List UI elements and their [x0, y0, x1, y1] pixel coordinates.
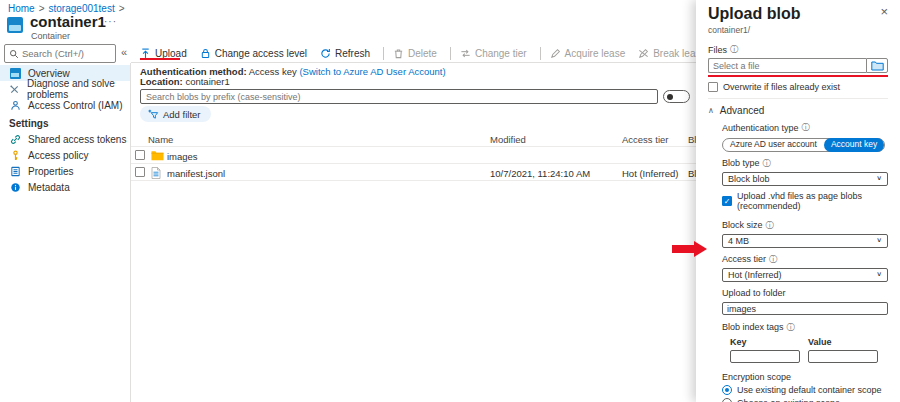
panel-subtitle: container1/	[708, 25, 888, 35]
upload-button[interactable]: Upload	[140, 48, 187, 59]
blob-prefix-search-input[interactable]	[140, 89, 658, 104]
search-icon	[9, 49, 19, 59]
access-tier-label: Access tierⓘ	[722, 254, 888, 265]
row-checkbox[interactable]	[135, 150, 145, 160]
upload-to-folder-input[interactable]	[722, 302, 888, 315]
change-tier-button[interactable]: Change tier	[460, 48, 527, 59]
panel-title: Upload blob	[708, 5, 800, 23]
close-icon[interactable]: ×	[880, 5, 888, 18]
sidebar-item-access-control[interactable]: Access Control (IAM)	[0, 97, 130, 113]
info-icon: ⓘ	[763, 158, 771, 169]
blob-type-label: Blob typeⓘ	[722, 158, 888, 169]
toggle-knob	[667, 94, 673, 100]
page-subtitle: Container	[31, 31, 70, 41]
auth-type-label: Authentication typeⓘ	[722, 122, 888, 133]
folder-browse-icon	[871, 61, 884, 71]
break-lease-icon	[638, 48, 649, 59]
encryption-default-radio-row[interactable]: Use existing default container scope	[722, 385, 888, 395]
sidebar-item-metadata[interactable]: Metadata	[0, 179, 130, 195]
acquire-lease-icon	[550, 48, 561, 59]
refresh-icon	[320, 48, 331, 59]
sidebar-item-shared-access-tokens[interactable]: Shared access tokens	[0, 131, 130, 147]
blob-type-select[interactable]: Block blob ∨	[722, 172, 888, 186]
blob-index-tags-label: Blob index tagsⓘ	[722, 322, 888, 333]
encryption-scope-label: Encryption scope	[722, 372, 888, 382]
blob-name[interactable]: manifest.jsonl	[167, 168, 225, 179]
auth-option-azure-ad[interactable]: Azure AD user account	[723, 138, 824, 151]
tags-headers: Key Value	[730, 337, 888, 347]
tag-key-input[interactable]	[730, 350, 800, 363]
blob-modified: 10/7/2021, 11:24:10 AM	[490, 168, 590, 179]
advanced-section-toggle[interactable]: ∧ Advanced	[708, 105, 888, 116]
access-tier-select[interactable]: Hot (Inferred) ∨	[722, 268, 888, 282]
header-access-tier[interactable]: Access tier	[622, 134, 668, 145]
show-deleted-toggle[interactable]	[663, 90, 690, 103]
sidebar-item-properties[interactable]: Properties	[0, 163, 130, 179]
change-access-level-button[interactable]: Change access level	[200, 48, 307, 59]
delete-button[interactable]: Delete	[393, 48, 437, 59]
sidebar-search-input[interactable]	[22, 48, 110, 59]
panel-divider	[708, 98, 888, 99]
auth-type-toggle: Azure AD user account Account key	[722, 138, 885, 152]
chevron-down-icon: ∨	[876, 237, 882, 244]
tag-value-input[interactable]	[808, 350, 878, 363]
info-circle-icon	[9, 181, 21, 193]
container-icon	[7, 17, 23, 33]
sidebar-group-settings: Settings	[0, 115, 130, 131]
add-filter-button[interactable]: Add filter	[140, 106, 211, 122]
block-size-label: Block sizeⓘ	[722, 220, 888, 231]
block-size-select[interactable]: 4 MB ∨	[722, 234, 888, 248]
row-checkbox[interactable]	[135, 167, 145, 177]
tags-value-header: Value	[808, 337, 832, 347]
sidebar: Overview Diagnose and solve problems Acc…	[0, 63, 131, 402]
toolbar-separator	[450, 47, 451, 60]
blob-access-tier: Hot (Inferred)	[622, 168, 679, 179]
chevron-down-icon: ∨	[876, 175, 882, 182]
change-tier-icon	[460, 48, 471, 59]
sidebar-item-diagnose[interactable]: Diagnose and solve problems	[0, 81, 130, 97]
person-icon	[9, 99, 21, 111]
info-icon: ⓘ	[802, 122, 810, 133]
overwrite-checkbox-row[interactable]: Overwrite if files already exist	[708, 82, 888, 92]
vhd-checkbox[interactable]: ✓	[722, 196, 732, 206]
location-line: Location: container1	[140, 76, 230, 87]
upload-to-folder-label: Upload to folder	[722, 288, 888, 298]
switch-auth-link[interactable]: (Switch to Azure AD User Account)	[299, 66, 445, 77]
folder-icon	[151, 150, 164, 163]
key-icon	[9, 149, 21, 161]
toolbar-separator	[383, 47, 384, 60]
vhd-checkbox-row[interactable]: ✓ Upload .vhd files as page blobs (recom…	[722, 191, 888, 211]
radio-default-scope[interactable]	[722, 385, 732, 395]
wrench-icon	[9, 83, 20, 95]
encryption-existing-radio-row[interactable]: Choose an existing scope	[722, 398, 888, 402]
files-label: Filesⓘ	[708, 44, 888, 55]
properties-icon	[9, 165, 21, 177]
file-select-input[interactable]	[708, 58, 866, 73]
annotation-arrow	[672, 241, 707, 257]
more-actions-icon[interactable]: ···	[104, 16, 117, 27]
link-icon	[9, 133, 21, 145]
browse-folder-button[interactable]	[866, 58, 888, 73]
filter-plus-icon	[148, 109, 159, 120]
header-name[interactable]: Name	[148, 134, 173, 145]
info-icon: ⓘ	[766, 220, 774, 231]
refresh-button[interactable]: Refresh	[320, 48, 370, 59]
chevron-up-icon: ∧	[708, 106, 714, 115]
overwrite-checkbox[interactable]	[708, 82, 718, 92]
overview-icon	[9, 67, 21, 79]
sidebar-item-access-policy[interactable]: Access policy	[0, 147, 130, 163]
annotation-underline-upload	[140, 58, 180, 60]
auth-option-account-key[interactable]: Account key	[824, 138, 884, 152]
header-modified[interactable]: Modified	[490, 134, 526, 145]
annotation-underline-files	[708, 75, 888, 77]
sidebar-search[interactable]	[4, 44, 116, 63]
blob-name[interactable]: images	[167, 151, 198, 162]
radio-existing-scope[interactable]	[722, 398, 732, 402]
acquire-lease-button[interactable]: Acquire lease	[550, 48, 626, 59]
lock-icon	[200, 48, 211, 59]
collapse-menu-icon[interactable]: «	[121, 46, 127, 58]
info-icon: ⓘ	[769, 254, 777, 265]
tags-key-header: Key	[730, 337, 808, 347]
upload-blob-panel: Upload blob × container1/ Filesⓘ Overwri…	[696, 0, 900, 402]
page-title: container1	[30, 13, 106, 30]
